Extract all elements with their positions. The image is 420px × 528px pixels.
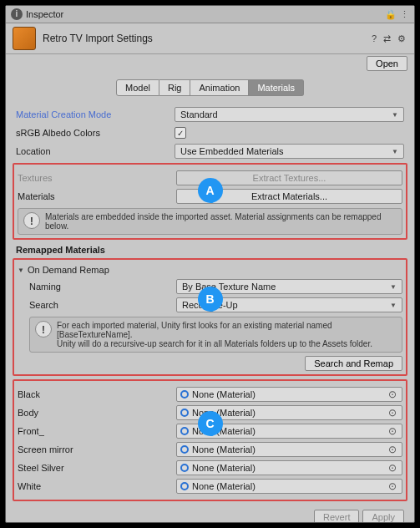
- material-slot-label: Body: [18, 408, 176, 418]
- window-title: Inspector: [26, 9, 385, 19]
- footer-buttons: Revert Apply: [16, 510, 404, 522]
- callout-c-badge: C: [198, 411, 223, 436]
- lock-icon[interactable]: 🔒: [385, 9, 397, 20]
- material-slot-value: None (Material): [192, 463, 387, 473]
- callout-a-box: A Textures Extract Textures... Materials…: [13, 163, 407, 240]
- chevron-down-icon: ▼: [390, 302, 397, 309]
- chevron-down-icon: ▼: [18, 267, 24, 274]
- material-slot-value: None (Material): [192, 389, 387, 399]
- material-slot-label: White: [18, 481, 176, 491]
- location-value: Use Embedded Materials: [180, 146, 284, 156]
- srgb-albedo-label: sRGB Albedo Colors: [16, 128, 175, 138]
- object-picker-icon[interactable]: ⊙: [387, 462, 398, 474]
- callout-c-box: C BlackNone (Material)⊙BodyNone (Materia…: [13, 379, 407, 501]
- material-slot-label: Front_: [18, 426, 176, 436]
- object-ref-icon: [180, 427, 189, 435]
- material-slot-label: Steel Silver: [18, 463, 176, 473]
- help-icon[interactable]: ?: [370, 33, 378, 43]
- callout-b-badge: B: [198, 287, 223, 312]
- asset-title: Retro TV Import Settings: [43, 33, 370, 44]
- material-slot-label: Black: [18, 389, 176, 399]
- object-picker-icon[interactable]: ⊙: [387, 388, 398, 400]
- object-ref-icon: [180, 464, 189, 472]
- object-ref-icon: [180, 409, 189, 417]
- location-label: Location: [16, 146, 175, 156]
- inspector-window: i Inspector 🔒 ⋮ Retro TV Import Settings…: [5, 5, 415, 523]
- srgb-albedo-checkbox[interactable]: ✓: [175, 127, 186, 139]
- object-picker-icon[interactable]: ⊙: [387, 407, 398, 419]
- asset-header: Retro TV Import Settings ? ⇄ ⚙: [6, 23, 414, 54]
- info-icon: i: [11, 8, 23, 20]
- material-object-field[interactable]: None (Material)⊙: [176, 479, 402, 494]
- chevron-down-icon: ▼: [392, 111, 398, 119]
- asset-thumbnail-icon: [13, 27, 36, 50]
- object-picker-icon[interactable]: ⊙: [387, 444, 398, 455]
- object-ref-icon: [180, 390, 189, 399]
- on-demand-remap-foldout[interactable]: ▼ On Demand Remap: [18, 263, 402, 277]
- object-picker-icon[interactable]: ⊙: [387, 425, 398, 437]
- warning-icon: !: [23, 212, 40, 229]
- tab-model[interactable]: Model: [116, 79, 159, 96]
- material-creation-mode-dropdown[interactable]: Standard ▼: [175, 107, 404, 122]
- chevron-down-icon: ▼: [390, 283, 397, 291]
- open-button[interactable]: Open: [367, 56, 407, 71]
- menu-icon[interactable]: ⋮: [400, 9, 409, 20]
- remap-info-text: For each imported material, Unity first …: [57, 321, 397, 348]
- material-slot-value: None (Material): [192, 481, 387, 491]
- material-object-field[interactable]: None (Material)⊙: [176, 460, 402, 475]
- apply-button[interactable]: Apply: [362, 510, 404, 522]
- on-demand-remap-label: On Demand Remap: [28, 265, 109, 275]
- inspector-titlebar: i Inspector 🔒 ⋮: [6, 6, 414, 23]
- material-slot-value: None (Material): [192, 444, 387, 454]
- embedded-info-text: Materials are embedded inside the import…: [45, 212, 397, 231]
- search-and-remap-button[interactable]: Search and Remap: [305, 356, 402, 371]
- revert-button[interactable]: Revert: [314, 510, 359, 522]
- warning-icon: !: [35, 321, 52, 338]
- tab-materials[interactable]: Materials: [249, 79, 304, 96]
- settings-icon[interactable]: ⚙: [396, 33, 407, 44]
- location-dropdown[interactable]: Use Embedded Materials ▼: [175, 144, 404, 159]
- embedded-info-box: ! Materials are embedded inside the impo…: [18, 208, 402, 235]
- object-ref-icon: [180, 445, 189, 454]
- tab-animation[interactable]: Animation: [190, 79, 249, 96]
- material-object-field[interactable]: None (Material)⊙: [176, 442, 402, 457]
- material-slot-row: Steel SilverNone (Material)⊙: [18, 459, 402, 476]
- search-label: Search: [29, 300, 176, 310]
- content-area: Material Creation Mode Standard ▼ sRGB A…: [6, 104, 414, 522]
- material-creation-mode-value: Standard: [180, 109, 218, 119]
- material-object-field[interactable]: None (Material)⊙: [176, 387, 402, 402]
- material-slot-value: None (Material): [192, 408, 387, 418]
- material-slot-row: Screen mirrorNone (Material)⊙: [18, 441, 402, 458]
- chevron-down-icon: ▼: [392, 148, 398, 155]
- materials-label: Materials: [18, 191, 176, 201]
- naming-value: By Base Texture Name: [182, 282, 276, 292]
- textures-label: Textures: [18, 173, 176, 183]
- naming-label: Naming: [29, 282, 176, 292]
- importer-tabs: Model Rig Animation Materials: [6, 79, 414, 96]
- material-creation-mode-label: Material Creation Mode: [16, 109, 175, 119]
- object-ref-icon: [180, 482, 189, 490]
- material-slot-row: WhiteNone (Material)⊙: [18, 478, 402, 495]
- tab-rig[interactable]: Rig: [159, 79, 191, 96]
- callout-b-box: B ▼ On Demand Remap Naming By Base Textu…: [13, 258, 407, 376]
- callout-a-badge: A: [198, 178, 223, 203]
- object-picker-icon[interactable]: ⊙: [387, 480, 398, 492]
- presets-icon[interactable]: ⇄: [382, 33, 392, 44]
- material-slot-row: BlackNone (Material)⊙: [18, 386, 402, 403]
- remap-info-box: ! For each imported material, Unity firs…: [29, 317, 402, 353]
- remapped-materials-label: Remapped Materials: [16, 245, 404, 255]
- material-slot-label: Screen mirror: [18, 444, 176, 454]
